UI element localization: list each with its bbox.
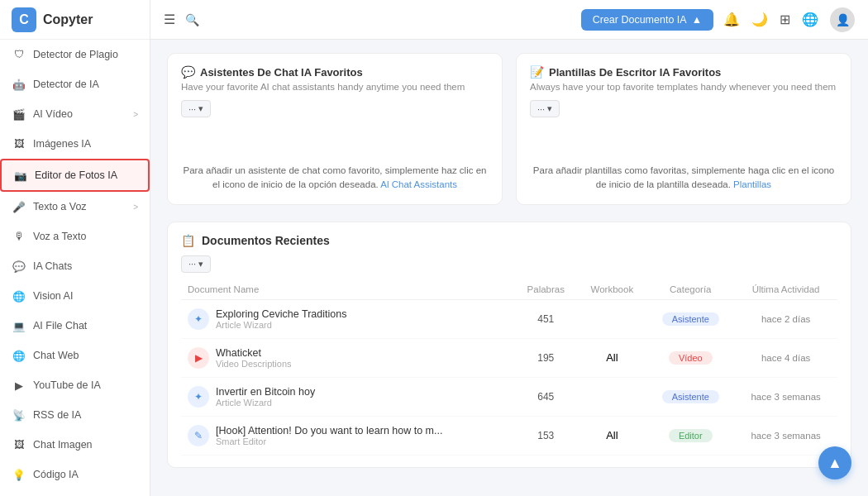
sidebar-item-ia-chats[interactable]: 💬 IA Chats [0, 251, 150, 281]
fab-button[interactable]: ▲ [818, 446, 851, 479]
logo-icon: C [12, 7, 36, 32]
doc-name-doc-1: Exploring Ceviche Traditions [216, 308, 346, 320]
moon-icon[interactable]: 🌙 [751, 12, 768, 27]
doc-cell-doc-1: ✦ Exploring Ceviche Traditions Article W… [188, 308, 508, 330]
card-plantillas-dots-button[interactable]: ··· ▾ [530, 100, 560, 117]
sidebar-icon-detector-ia: 🤖 [12, 77, 26, 92]
sidebar-label-detector-ia: Detector de IA [33, 79, 99, 90]
card-asistentes-dots-button[interactable]: ··· ▾ [181, 100, 211, 117]
doc-ultima-doc-4: hace 3 semanas [751, 431, 820, 441]
bell-icon[interactable]: 🔔 [723, 12, 740, 27]
col-categoría: Categoría [646, 279, 734, 300]
create-doc-button[interactable]: Crear Documento IA ▲ [581, 9, 713, 31]
sidebar-item-chat-web[interactable]: 🌐 Chat Web [0, 341, 150, 370]
sidebar-label-rss-ia: RSS de IA [33, 409, 81, 421]
col-workbook: Workbook [577, 279, 646, 300]
card-asistentes-link[interactable]: Al Chat Assistants [380, 179, 457, 189]
table-row[interactable]: ✦ Invertir en Bitcoin hoy Article Wizard… [181, 377, 837, 416]
sidebar-label-codigo-ia: Código IA [33, 469, 79, 480]
card-plantillas-link[interactable]: Plantillas [733, 179, 771, 189]
doc-name-doc-2: Whaticket [216, 347, 292, 359]
sidebar-item-brand-voice[interactable]: 🔊 Brand Voice [0, 489, 150, 496]
sidebar-item-editor-fotos-ia[interactable]: 📷 Editor de Fotos IA [0, 159, 150, 192]
sidebar-icon-detector-plagio: 🛡 [12, 47, 26, 62]
main-area: ☰ 🔍 Crear Documento IA ▲ 🔔 🌙 ⊞ 🌐 👤 💬 Asi… [150, 0, 868, 496]
doc-ultima-doc-2: hace 4 días [761, 353, 810, 363]
sidebar-icon-ai-video: 🎬 [12, 107, 26, 122]
card-asistentes-icon: 💬 [181, 65, 195, 79]
card-plantillas: 📝 Plantillas De Escritor IA Favoritos Al… [516, 53, 851, 205]
sidebar-icon-ai-file-chat: 💻 [12, 318, 26, 333]
sidebar-label-ia-chats: IA Chats [33, 260, 72, 272]
doc-type-doc-1: Article Wizard [216, 320, 346, 330]
doc-categoria-doc-4: Editor [669, 429, 713, 442]
doc-palabras-doc-2: 195 [537, 352, 554, 364]
logo[interactable]: C Copyter [0, 0, 150, 40]
sidebar-icon-voz-a-texto: 🎙 [12, 229, 26, 244]
content-area: 💬 Asistentes De Chat IA Favoritos Have y… [150, 40, 868, 496]
card-plantillas-subtitle: Always have your top favorite templates … [530, 82, 837, 92]
col-palabras: Palabras [514, 279, 577, 300]
doc-categoria-doc-3: Asistente [662, 390, 719, 403]
globe-icon[interactable]: 🌐 [802, 12, 818, 27]
sidebar-item-ai-video[interactable]: 🎬 AI Vídeo > [0, 99, 150, 129]
doc-cell-doc-3: ✦ Invertir en Bitcoin hoy Article Wizard [188, 386, 508, 408]
sidebar-item-voz-a-texto[interactable]: 🎙 Voz a Texto [0, 222, 150, 251]
doc-categoria-doc-2: Vídeo [669, 351, 713, 365]
sidebar-item-chat-imagen[interactable]: 🖼 Chat Imagen [0, 430, 150, 460]
table-row[interactable]: ▶ Whaticket Video Descriptions 195 All V… [181, 338, 837, 377]
doc-icon-doc-2: ▶ [188, 347, 209, 369]
col-document-name: Document Name [181, 279, 514, 300]
topbar: ☰ 🔍 Crear Documento IA ▲ 🔔 🌙 ⊞ 🌐 👤 [150, 0, 868, 40]
sidebar-icon-chat-web: 🌐 [12, 348, 26, 363]
doc-name-doc-4: [Hook] Attention! Do you want to learn h… [216, 425, 442, 436]
sidebar-icon-chat-imagen: 🖼 [12, 437, 26, 452]
search-icon[interactable]: 🔍 [185, 13, 199, 26]
doc-name-doc-3: Invertir en Bitcoin hoy [216, 386, 315, 398]
card-asistentes: 💬 Asistentes De Chat IA Favoritos Have y… [167, 53, 503, 205]
sidebar-icon-editor-fotos-ia: 📷 [13, 168, 28, 183]
card-asistentes-subtitle: Have your favorite AI chat assistants ha… [181, 82, 489, 92]
sidebar-icon-texto-a-voz: 🎤 [12, 199, 26, 214]
sidebar-item-youtube-ia[interactable]: ▶ YouTube de IA [0, 370, 150, 400]
sidebar-icon-ia-chats: 💬 [12, 259, 26, 274]
section-icon: 📋 [181, 234, 195, 247]
sidebar-item-codigo-ia[interactable]: 💡 Código IA [0, 460, 150, 489]
avatar[interactable]: 👤 [830, 7, 855, 32]
grid-icon[interactable]: ⊞ [780, 12, 790, 27]
sidebar-item-detector-ia[interactable]: 🤖 Detector de IA [0, 69, 150, 99]
sidebar-icon-youtube-ia: ▶ [12, 378, 26, 393]
sidebar-label-ai-video: AI Vídeo [33, 108, 73, 120]
docs-dots-button[interactable]: ··· ▾ [181, 255, 211, 273]
sidebar-label-chat-imagen: Chat Imagen [33, 439, 93, 451]
doc-cell-doc-4: ✎ [Hook] Attention! Do you want to learn… [188, 425, 508, 446]
doc-categoria-doc-1: Asistente [662, 312, 719, 326]
sidebar-item-ai-file-chat[interactable]: 💻 AI File Chat [0, 311, 150, 341]
sidebar-item-texto-a-voz[interactable]: 🎤 Texto a Voz > [0, 192, 150, 222]
col-última-actividad: Última Actividad [734, 279, 837, 300]
sidebar-arrow-texto-a-voz: > [133, 203, 138, 212]
topbar-icons: 🔔 🌙 ⊞ 🌐 👤 [723, 7, 855, 32]
sidebar-label-voz-a-texto: Voz a Texto [33, 231, 86, 242]
sidebar-item-rss-ia[interactable]: 📡 RSS de IA [0, 400, 150, 430]
card-plantillas-title: 📝 Plantillas De Escritor IA Favoritos [530, 65, 837, 79]
menu-icon[interactable]: ☰ [164, 12, 175, 27]
table-row[interactable]: ✦ Exploring Ceviche Traditions Article W… [181, 299, 837, 338]
sidebar-label-youtube-ia: YouTube de IA [33, 379, 101, 391]
sidebar-item-imagenes-ia[interactable]: 🖼 Imágenes IA [0, 129, 150, 159]
doc-workbook-doc-2: All [606, 351, 618, 364]
section-header: 📋 Documentos Recientes [181, 234, 837, 247]
sidebar-label-imagenes-ia: Imágenes IA [33, 138, 91, 150]
doc-workbook-doc-4: All [606, 429, 618, 441]
sidebar-label-detector-plagio: Detector de Plagio [33, 49, 118, 60]
doc-ultima-doc-1: hace 2 días [761, 314, 810, 324]
doc-icon-doc-3: ✦ [188, 386, 209, 408]
sidebar-icon-vision-ai: 🌐 [12, 289, 26, 303]
docs-toolbar: ··· ▾ [181, 255, 837, 273]
sidebar-item-detector-plagio[interactable]: 🛡 Detector de Plagio [0, 40, 150, 69]
table-row[interactable]: ✎ [Hook] Attention! Do you want to learn… [181, 416, 837, 455]
sidebar-icon-rss-ia: 📡 [12, 408, 26, 422]
sidebar-item-vision-ai[interactable]: 🌐 Vision AI [0, 281, 150, 311]
sidebar-label-ai-file-chat: AI File Chat [33, 320, 87, 331]
doc-ultima-doc-3: hace 3 semanas [751, 392, 820, 402]
